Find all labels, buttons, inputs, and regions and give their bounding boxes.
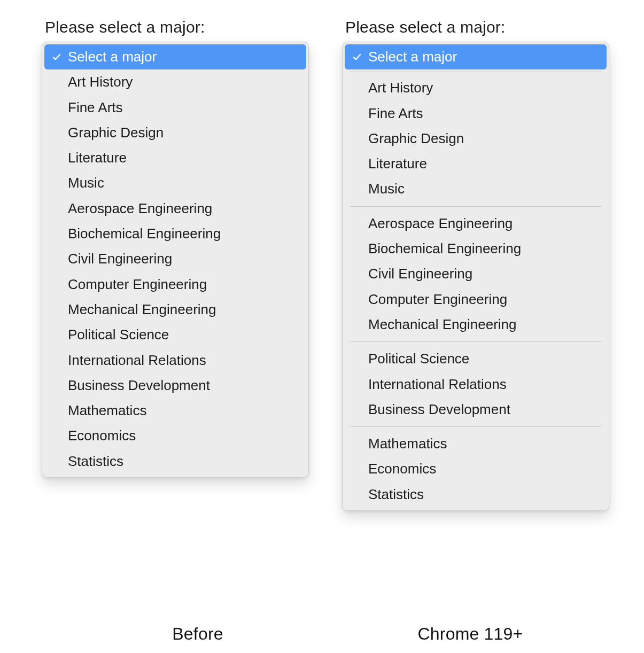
option-item[interactable]: Statistics [343,482,609,507]
check-icon [352,52,362,61]
option-label: Graphic Design [368,131,464,146]
prompt-label-after: Please select a major: [345,18,609,36]
option-label: Aerospace Engineering [68,201,212,216]
option-item[interactable]: Computer Engineering [42,272,308,297]
option-label: Statistics [368,487,424,502]
option-item[interactable]: Business Development [343,397,609,422]
option-placeholder[interactable]: Select a major [44,44,306,69]
after-column: Please select a major: Select a major Ar… [342,18,609,511]
option-label: Literature [368,157,427,171]
prompt-label-before: Please select a major: [45,18,309,36]
caption-after: Chrome 119+ [363,624,577,644]
option-label: International Relations [68,353,206,368]
option-item[interactable]: International Relations [42,348,308,373]
option-item[interactable]: Music [343,176,609,201]
option-label: Mechanical Engineering [68,302,216,317]
option-item[interactable]: Graphic Design [343,126,609,151]
option-item[interactable]: Art History [343,75,609,100]
option-label: Select a major [368,50,457,64]
option-item[interactable]: Literature [42,145,308,170]
option-label: Aerospace Engineering [368,216,513,231]
select-listbox-after[interactable]: Select a major Art HistoryFine ArtsGraph… [342,42,609,511]
option-item[interactable]: Mechanical Engineering [343,312,609,337]
option-item[interactable]: Business Development [42,373,308,398]
option-item[interactable]: Fine Arts [42,95,308,120]
option-label: Biochemical Engineering [368,242,521,256]
option-item[interactable]: Mathematics [42,398,308,423]
option-label: Fine Arts [68,100,123,115]
option-item[interactable]: Civil Engineering [42,246,308,271]
group-divider [350,72,601,72]
option-label: Music [368,182,405,196]
group-divider [350,426,601,427]
option-label: Mathematics [68,403,146,418]
group-divider [350,341,601,342]
option-label: Civil Engineering [368,267,472,281]
caption-before: Before [91,624,305,644]
select-listbox-before[interactable]: Select a major Art HistoryFine ArtsGraph… [42,42,309,478]
option-label: Select a major [68,50,157,64]
comparison-stage: Please select a major: Select a major Ar… [0,0,644,653]
option-item[interactable]: Political Science [42,322,308,347]
option-label: International Relations [368,377,507,392]
option-label: Literature [68,151,127,165]
option-item[interactable]: Statistics [42,449,308,474]
option-label: Economics [68,429,136,443]
option-label: Art History [368,81,433,95]
option-item[interactable]: Computer Engineering [343,287,609,312]
option-label: Political Science [368,352,469,366]
option-label: Biochemical Engineering [68,227,221,241]
option-item[interactable]: International Relations [343,372,609,397]
option-item[interactable]: Mathematics [343,431,609,456]
option-item[interactable]: Aerospace Engineering [343,211,609,236]
option-item[interactable]: Art History [42,69,308,95]
option-label: Art History [68,75,133,89]
option-item[interactable]: Political Science [343,346,609,371]
option-label: Mechanical Engineering [368,317,517,332]
before-column: Please select a major: Select a major Ar… [42,18,309,478]
option-label: Music [68,176,104,190]
option-label: Mathematics [368,437,447,451]
option-item[interactable]: Aerospace Engineering [42,196,308,221]
option-label: Business Development [368,402,510,417]
option-item[interactable]: Biochemical Engineering [343,236,609,261]
option-item[interactable]: Mechanical Engineering [42,297,308,322]
option-item[interactable]: Literature [343,151,609,176]
option-label: Economics [368,462,436,476]
option-label: Business Development [68,378,210,393]
option-label: Computer Engineering [368,292,507,307]
check-icon [52,52,61,61]
option-item[interactable]: Music [42,170,308,196]
option-item[interactable]: Fine Arts [343,101,609,126]
option-item[interactable]: Civil Engineering [343,261,609,286]
option-item[interactable]: Economics [42,423,308,448]
option-label: Graphic Design [68,126,164,140]
option-item[interactable]: Economics [343,456,609,481]
option-placeholder[interactable]: Select a major [345,44,607,69]
option-label: Civil Engineering [68,252,172,266]
group-divider [350,206,601,207]
option-item[interactable]: Biochemical Engineering [42,221,308,246]
option-label: Computer Engineering [68,277,207,292]
option-label: Political Science [68,328,169,342]
option-label: Fine Arts [368,106,423,121]
option-item[interactable]: Graphic Design [42,120,308,145]
option-label: Statistics [68,454,123,469]
